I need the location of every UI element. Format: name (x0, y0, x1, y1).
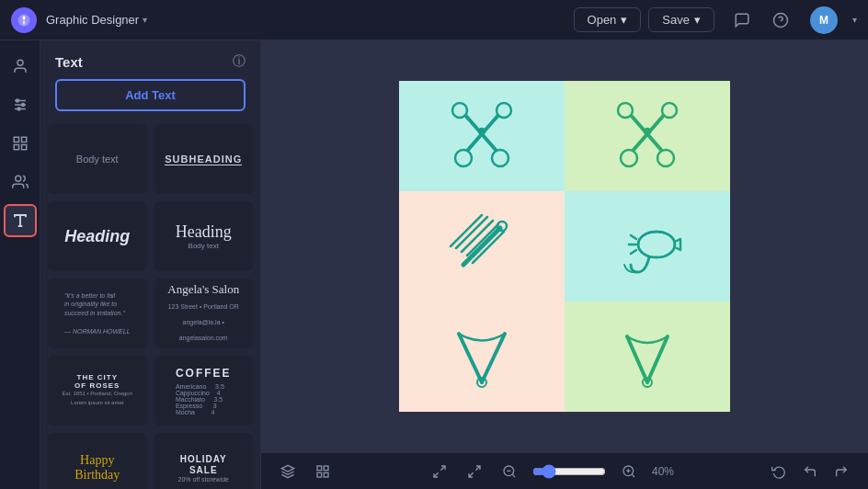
svg-point-18 (497, 103, 511, 118)
svg-point-23 (662, 103, 677, 118)
svg-point-14 (15, 176, 20, 181)
svg-marker-35 (281, 465, 293, 472)
svg-point-3 (17, 60, 23, 65)
history-reset-icon[interactable] (767, 460, 791, 483)
zoom-percent: 40% (652, 465, 674, 478)
panel-header: Text ⓘ (40, 40, 260, 79)
svg-rect-13 (21, 145, 26, 150)
save-button[interactable]: Save ▾ (648, 7, 714, 32)
design-canvas[interactable] (399, 81, 730, 412)
app-name-chevron: ▾ (143, 15, 147, 25)
resize-icon[interactable] (463, 460, 486, 483)
sample-quote[interactable]: "it's a better to failin originality lik… (48, 279, 147, 348)
save-chevron-icon: ▾ (694, 13, 701, 27)
comments-icon[interactable] (729, 7, 755, 33)
panel-info-icon[interactable]: ⓘ (233, 53, 246, 70)
svg-point-8 (21, 104, 24, 107)
panel-title: Text (55, 54, 83, 70)
svg-line-41 (434, 472, 439, 477)
sidebar-icon-adjust[interactable] (4, 88, 37, 121)
canvas-area: 40% (261, 40, 868, 489)
sample-happy-birthday[interactable]: HappyBirthday (48, 433, 147, 489)
topbar-icons: M ▾ (729, 6, 857, 34)
layers-icon[interactable] (276, 460, 300, 483)
svg-point-24 (645, 129, 650, 134)
svg-point-17 (452, 103, 467, 118)
redo-icon[interactable] (829, 460, 853, 483)
svg-rect-10 (14, 137, 18, 142)
help-icon[interactable] (768, 7, 794, 33)
canvas-cell-1 (399, 81, 565, 191)
svg-rect-37 (324, 466, 328, 471)
svg-point-22 (618, 103, 633, 118)
topbar-actions: Open ▾ Save ▾ (574, 7, 714, 32)
svg-point-21 (492, 150, 508, 166)
svg-line-43 (512, 474, 515, 477)
sidebar-icon-person[interactable] (4, 50, 37, 83)
sample-city[interactable]: THE CITYOF ROSES Est. 1851 • Portland, O… (48, 356, 147, 426)
svg-line-30 (631, 235, 636, 239)
icon-sidebar (0, 40, 40, 489)
canvas-cell-4 (565, 191, 730, 301)
svg-rect-36 (317, 466, 322, 471)
svg-point-26 (657, 150, 674, 166)
undo-icon[interactable] (798, 460, 822, 483)
avatar-chevron-icon[interactable]: ▾ (852, 15, 857, 25)
svg-rect-11 (21, 137, 26, 142)
sample-heading-bold[interactable]: Heading (48, 201, 147, 271)
open-button[interactable]: Open ▾ (574, 7, 642, 32)
svg-rect-12 (14, 145, 18, 150)
zoom-slider[interactable] (532, 464, 606, 479)
canvas-container (261, 40, 868, 452)
topbar: Graphic Designer ▾ Open ▾ Save ▾ M ▾ (0, 0, 868, 40)
canvas-cell-2 (565, 81, 730, 191)
sample-coffee[interactable]: COFFEE Americano 3.5 Cappuccino 4 Macchi… (154, 356, 254, 426)
svg-point-25 (621, 150, 637, 166)
canvas-cell-3 (399, 191, 565, 301)
bottom-left-controls (276, 460, 335, 483)
bottom-center-controls: 40% (428, 460, 674, 483)
sample-script[interactable]: Angela's Salon123 Street • Portland ORan… (154, 279, 254, 348)
open-chevron-icon: ▾ (621, 13, 627, 27)
svg-line-40 (440, 466, 445, 471)
app-name-button[interactable]: Graphic Designer ▾ (46, 13, 147, 27)
sidebar-icon-team[interactable] (4, 165, 37, 199)
svg-point-20 (455, 150, 472, 166)
svg-rect-38 (317, 472, 322, 477)
expand-icon[interactable] (428, 460, 451, 483)
app-name-label: Graphic Designer (46, 13, 139, 27)
add-text-button[interactable]: Add Text (55, 79, 246, 111)
bottom-bar: 40% (261, 452, 868, 489)
svg-point-19 (479, 129, 485, 134)
text-panel: Text ⓘ Add Text Body text SUBHEADING Hea… (40, 40, 261, 489)
avatar[interactable]: M (810, 6, 838, 34)
svg-line-46 (632, 474, 634, 477)
sample-subheading[interactable]: SUBHEADING (154, 124, 254, 194)
svg-line-32 (631, 250, 636, 254)
grid-view-icon[interactable] (311, 460, 335, 483)
zoom-in-icon[interactable] (617, 460, 641, 483)
canvas-cell-6 (565, 301, 730, 412)
sidebar-icon-grid[interactable] (4, 127, 37, 160)
sample-body-text[interactable]: Body text (48, 124, 147, 194)
svg-rect-39 (324, 472, 328, 477)
canvas-cell-5 (399, 301, 565, 412)
bottom-right-controls (767, 460, 853, 483)
svg-point-7 (16, 99, 18, 102)
text-samples-grid: Body text SUBHEADING Heading Heading Bod… (40, 124, 260, 489)
app-logo[interactable] (11, 7, 37, 33)
sidebar-icon-text[interactable] (4, 204, 37, 237)
sample-holiday-sale[interactable]: HOLIDAYSALE 20% off storewide (154, 433, 254, 489)
sample-heading-serif[interactable]: Heading Body text (154, 201, 254, 271)
main-body: Text ⓘ Add Text Body text SUBHEADING Hea… (0, 40, 868, 489)
zoom-out-icon[interactable] (497, 460, 521, 483)
svg-point-9 (17, 108, 20, 110)
